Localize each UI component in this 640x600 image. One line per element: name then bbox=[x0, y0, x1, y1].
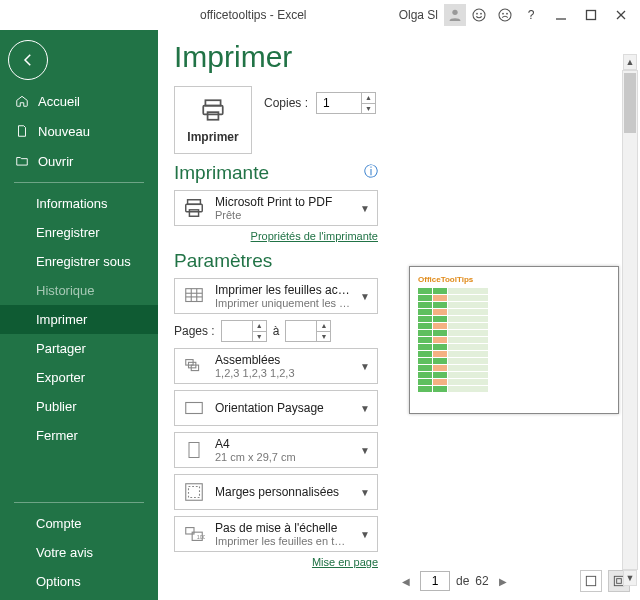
sidebar-item-options[interactable]: Options bbox=[0, 567, 158, 596]
print-settings-pane: Imprimer Imprimer Copies : ▲▼ bbox=[158, 30, 388, 600]
sidebar-separator bbox=[14, 502, 144, 503]
print-button-label: Imprimer bbox=[187, 130, 238, 144]
sidebar-item-label: Nouveau bbox=[38, 124, 90, 139]
pages-from-spinner[interactable]: ▲▼ bbox=[221, 320, 267, 342]
minimize-button[interactable] bbox=[548, 2, 574, 28]
back-button[interactable] bbox=[8, 40, 48, 80]
page-total: 62 bbox=[475, 574, 488, 588]
orientation-dropdown[interactable]: Orientation Paysage ▼ bbox=[174, 390, 378, 426]
backstage-sidebar: Accueil Nouveau Ouvrir Informations Enre… bbox=[0, 30, 158, 600]
sidebar-item-publish[interactable]: Publier bbox=[0, 392, 158, 421]
sidebar-item-save[interactable]: Enregistrer bbox=[0, 218, 158, 247]
sidebar-item-close[interactable]: Fermer bbox=[0, 421, 158, 450]
collate-icon bbox=[181, 353, 207, 379]
home-icon bbox=[14, 93, 30, 109]
sidebar-item-label: Options bbox=[36, 574, 81, 589]
maximize-button[interactable] bbox=[578, 2, 604, 28]
page-setup-link[interactable]: Mise en page bbox=[312, 556, 378, 568]
sidebar-item-label: Historique bbox=[36, 283, 95, 298]
margins-dropdown[interactable]: Marges personnalisées ▼ bbox=[174, 474, 378, 510]
next-page-button[interactable]: ▶ bbox=[495, 573, 511, 589]
chevron-down-icon: ▼ bbox=[359, 403, 371, 414]
close-button[interactable] bbox=[608, 2, 634, 28]
preview-page: OfficeToolTips bbox=[409, 266, 619, 414]
dropdown-sub: Imprimer les feuilles en taill… bbox=[215, 535, 351, 547]
svg-point-2 bbox=[477, 13, 478, 14]
margins-icon bbox=[181, 479, 207, 505]
help-icon[interactable]: ? bbox=[518, 2, 544, 28]
paper-size-dropdown[interactable]: A421 cm x 29,7 cm ▼ bbox=[174, 432, 378, 468]
print-button[interactable]: Imprimer bbox=[174, 86, 252, 154]
page-icon bbox=[181, 437, 207, 463]
spin-down-icon[interactable]: ▼ bbox=[317, 332, 330, 342]
svg-rect-32 bbox=[586, 576, 595, 585]
svg-rect-29 bbox=[186, 528, 194, 534]
prev-page-button[interactable]: ◀ bbox=[398, 573, 414, 589]
sidebar-item-new[interactable]: Nouveau bbox=[0, 116, 158, 146]
spin-up-icon[interactable]: ▲ bbox=[253, 321, 266, 332]
sheets-icon bbox=[181, 283, 207, 309]
pages-label: Pages : bbox=[174, 324, 215, 338]
sidebar-item-label: Publier bbox=[36, 399, 76, 414]
sidebar-item-print[interactable]: Imprimer bbox=[0, 305, 158, 334]
sidebar-item-home[interactable]: Accueil bbox=[0, 86, 158, 116]
svg-point-6 bbox=[507, 13, 508, 14]
current-page-input[interactable] bbox=[420, 571, 450, 591]
show-margins-button[interactable] bbox=[580, 570, 602, 592]
sidebar-item-label: Enregistrer bbox=[36, 225, 100, 240]
svg-point-0 bbox=[452, 10, 457, 15]
sidebar-item-feedback[interactable]: Votre avis bbox=[0, 538, 158, 567]
printer-icon bbox=[181, 195, 207, 221]
print-scope-dropdown[interactable]: Imprimer les feuilles activesImprimer un… bbox=[174, 278, 378, 314]
sidebar-item-label: Votre avis bbox=[36, 545, 93, 560]
spin-down-icon[interactable]: ▼ bbox=[362, 104, 375, 114]
scroll-down-icon[interactable]: ▼ bbox=[623, 570, 637, 586]
svg-point-1 bbox=[473, 9, 485, 21]
user-area[interactable]: Olga Sl bbox=[399, 4, 466, 26]
printer-info-icon[interactable]: ⓘ bbox=[364, 163, 378, 181]
feedback-sad-icon[interactable] bbox=[492, 2, 518, 28]
svg-rect-17 bbox=[186, 289, 203, 302]
chevron-down-icon: ▼ bbox=[359, 203, 371, 214]
sidebar-item-export[interactable]: Exporter bbox=[0, 363, 158, 392]
printer-status: Prête bbox=[215, 209, 351, 221]
copies-label: Copies : bbox=[264, 96, 308, 110]
scroll-up-icon[interactable]: ▲ bbox=[623, 54, 637, 70]
chevron-down-icon: ▼ bbox=[359, 487, 371, 498]
printer-name: Microsoft Print to PDF bbox=[215, 195, 351, 209]
sidebar-item-label: Imprimer bbox=[36, 312, 87, 327]
preview-scrollbar[interactable]: ▲ ▼ bbox=[622, 70, 638, 570]
sidebar-item-info[interactable]: Informations bbox=[0, 189, 158, 218]
sidebar-item-share[interactable]: Partager bbox=[0, 334, 158, 363]
spin-up-icon[interactable]: ▲ bbox=[317, 321, 330, 332]
scaling-dropdown[interactable]: 100 Pas de mise à l'échelleImprimer les … bbox=[174, 516, 378, 552]
svg-point-3 bbox=[481, 13, 482, 14]
printer-properties-link[interactable]: Propriétés de l'imprimante bbox=[251, 230, 378, 242]
user-avatar-icon bbox=[444, 4, 466, 26]
spin-up-icon[interactable]: ▲ bbox=[362, 93, 375, 104]
svg-rect-28 bbox=[189, 487, 200, 498]
scroll-thumb[interactable] bbox=[624, 73, 636, 133]
svg-rect-13 bbox=[208, 112, 219, 120]
sidebar-item-account[interactable]: Compte bbox=[0, 509, 158, 538]
svg-rect-34 bbox=[617, 579, 622, 584]
sidebar-item-open[interactable]: Ouvrir bbox=[0, 146, 158, 176]
feedback-happy-icon[interactable] bbox=[466, 2, 492, 28]
collate-dropdown[interactable]: Assemblées1,2,3 1,2,3 1,2,3 ▼ bbox=[174, 348, 378, 384]
pages-from-input[interactable] bbox=[222, 321, 252, 341]
pages-to-input[interactable] bbox=[286, 321, 316, 341]
preview-content bbox=[418, 288, 610, 392]
spin-down-icon[interactable]: ▼ bbox=[253, 332, 266, 342]
sidebar-item-label: Partager bbox=[36, 341, 86, 356]
sidebar-item-saveas[interactable]: Enregistrer sous bbox=[0, 247, 158, 276]
scaling-icon: 100 bbox=[181, 521, 207, 547]
printer-dropdown[interactable]: Microsoft Print to PDFPrête ▼ bbox=[174, 190, 378, 226]
page-of-label: de bbox=[456, 574, 469, 588]
sidebar-separator bbox=[14, 182, 144, 183]
copies-spinner[interactable]: ▲▼ bbox=[316, 92, 376, 114]
chevron-down-icon: ▼ bbox=[359, 445, 371, 456]
dropdown-title: A4 bbox=[215, 437, 351, 451]
pages-to-spinner[interactable]: ▲▼ bbox=[285, 320, 331, 342]
open-icon bbox=[14, 153, 30, 169]
copies-input[interactable] bbox=[317, 93, 361, 113]
